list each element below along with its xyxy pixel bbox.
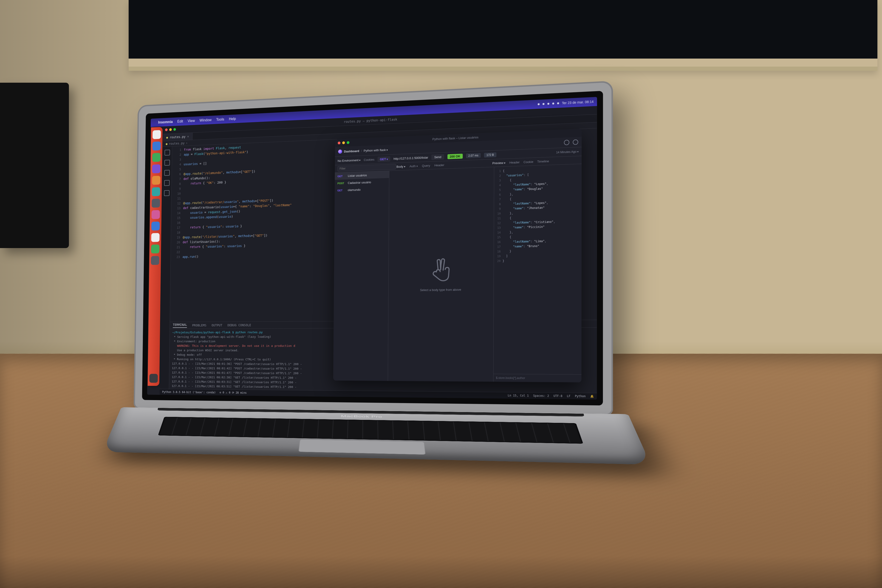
request-label: olamundo [348,188,361,192]
dock-app-finder[interactable] [153,130,161,139]
status-eol[interactable]: LF [567,394,570,398]
history-dropdown[interactable]: 14 Minutes Ago [556,150,579,154]
maximize-icon[interactable] [346,141,350,144]
maximize-icon[interactable] [173,128,176,131]
status-problems[interactable]: ⊘ 0 ⚠ 0 ⟳ 28 mins [220,391,247,394]
req-tab-body[interactable]: Body [396,165,405,169]
insomnia-title: Python with flask – Listar usuários [432,135,478,141]
req-tab-auth[interactable]: Auth [410,164,418,168]
dock-trash-icon[interactable] [149,374,158,383]
desk-edge [0,556,882,588]
method-badge: GET [338,175,345,177]
cookies-button[interactable]: Cookies [364,158,374,162]
menu-view[interactable]: View [188,119,195,123]
menubar-clock[interactable]: Ter 23 de mar. 08:14 [562,100,594,105]
menu-window[interactable]: Window [200,118,212,122]
extensions-icon[interactable] [164,190,170,196]
dock-app[interactable] [152,221,160,230]
editor-tab-routes[interactable]: ● routes.py × [163,133,192,141]
status-encoding[interactable]: UTF-8 [554,394,562,398]
status-python-interpreter[interactable]: Python 3.8.5 64-bit ('base': conda) [162,390,216,394]
response-pane: 1{ 2 "usuarios": [ 3 { 4 "lastName": "Lo… [494,164,582,382]
nav-dashboard[interactable]: Dashboard [344,149,359,153]
response-status-pill: 200 OK [447,154,463,159]
resp-tab-cookie[interactable]: Cookie [524,160,533,164]
insomnia-window: Python with flask – Listar usuários Dash… [333,129,582,382]
breadcrumb-file: routes.py [169,141,184,146]
laptop-display: Insomnia Edit View Window Tools Help [147,97,597,400]
python-file-icon: ● [166,136,168,140]
laptop-trackpad [298,440,425,455]
dock-app-vscode[interactable] [152,164,160,173]
request-label: Cadastrar usuário [348,180,371,184]
gear-icon[interactable] [564,140,569,145]
tab-filename: routes.py [170,135,186,139]
status-indent[interactable]: Spaces: 2 [533,394,549,398]
menubar-right: Ter 23 de mar. 08:14 [537,100,594,106]
dock-app-messages[interactable] [152,153,161,162]
dock-app-safari[interactable] [152,141,161,151]
minimize-icon[interactable] [169,128,172,131]
chevron-right-icon: › [186,141,188,145]
close-icon[interactable] [165,128,168,131]
req-tab-header[interactable]: Header [434,163,444,167]
laptop-bezel: Insomnia Edit View Window Tools Help [142,91,603,405]
response-size-pill: 172 B [484,152,496,158]
minimize-icon[interactable] [342,141,345,144]
panel-tab-problems[interactable]: PROBLEMS [192,323,206,327]
dock-app-terminal[interactable] [152,199,160,208]
status-cursor[interactable]: Ln 15, Col 1 [508,394,529,398]
external-monitor [0,83,69,248]
menu-edit[interactable]: Edit [177,119,183,123]
dock-app[interactable] [151,233,160,242]
laptop-base: MacBook Pro [102,407,651,465]
window-controls [338,141,350,144]
photo-scene: Insomnia Edit View Window Tools Help [0,0,882,588]
resp-tab-preview[interactable]: Preview [492,161,506,165]
request-body-hint: Select a body type from above [420,288,461,292]
panel-tab-terminal[interactable]: TERMINAL [173,323,187,328]
laptop: Insomnia Edit View Window Tools Help [132,81,613,523]
workspace-dropdown[interactable]: Python with flask [364,148,388,152]
search-icon[interactable] [165,160,170,166]
request-body-pane: Select a body type from above [388,167,494,381]
panel-tab-debug[interactable]: DEBUG CONSOLE [227,323,251,327]
close-icon[interactable] [338,141,340,144]
wifi-icon[interactable] [552,102,554,105]
battery-icon [557,102,559,104]
status-language[interactable]: Python [575,394,586,398]
dock-app-spotify[interactable] [151,244,160,254]
status-dot-icon [537,103,539,105]
window-controls [165,128,176,131]
explorer-icon[interactable] [165,150,170,156]
sidebar-filter-input[interactable] [338,164,396,171]
laptop-lid: Insomnia Edit View Window Tools Help [134,81,613,415]
request-sidebar: GET Listar usuários POST Cadastrar usuár… [333,171,389,381]
notifications-icon[interactable]: 🔔 [590,394,594,398]
dock-app-settings[interactable] [151,256,159,265]
menubar-app-name[interactable]: Insomnia [158,120,173,124]
url-input[interactable]: http://127.0.0.1:5000/listar [393,156,428,160]
response-json[interactable]: 1{ 2 "usuarios": [ 3 { 4 "lastName": "Lo… [494,164,582,374]
status-dot-icon [543,103,544,105]
dock-app-insomnia[interactable] [152,210,160,219]
laptop-keyboard [158,417,584,444]
method-badge: GET [338,189,345,192]
response-filter-input[interactable]: $.store.books[*].author [494,374,582,382]
resp-tab-timeline[interactable]: Timeline [537,159,549,163]
menu-help[interactable]: Help [229,117,236,121]
close-tab-icon[interactable]: × [187,135,189,138]
sidebar-request-item[interactable]: GET olamundo [334,185,389,194]
http-method-dropdown[interactable]: GET [378,156,390,162]
git-icon[interactable] [164,170,170,176]
resp-tab-header[interactable]: Header [510,160,520,164]
send-button[interactable]: Send [431,154,444,160]
dock-app[interactable] [152,187,160,196]
req-tab-query[interactable]: Query [422,164,430,168]
panel-tab-output[interactable]: OUTPUT [212,323,222,327]
dock-app[interactable] [152,176,160,185]
environment-dropdown[interactable]: No Environment [338,158,361,163]
menu-tools[interactable]: Tools [216,117,224,122]
user-icon[interactable] [573,140,578,145]
debug-icon[interactable] [164,180,170,186]
